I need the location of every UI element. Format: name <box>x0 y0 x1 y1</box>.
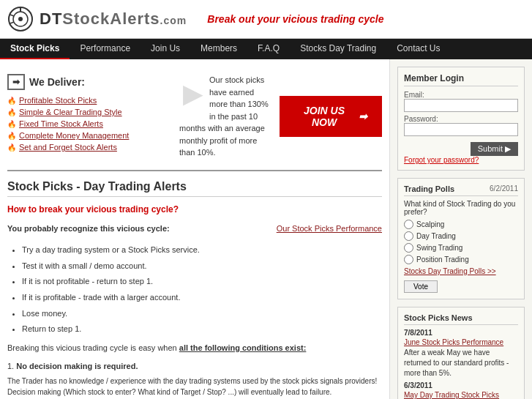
svg-line-4 <box>10 22 14 23</box>
poll-option-scalping: Scalping <box>404 220 518 229</box>
point-1: 1. No decision making is required. The T… <box>7 360 382 398</box>
logo-icon <box>7 6 34 32</box>
point-1-text: The Trader has no knowledge / experience… <box>7 376 382 398</box>
bullet-icon: 🔥 <box>7 97 16 105</box>
nav-contact-us[interactable]: Contact Us <box>386 39 450 59</box>
bullet-icon: 🔥 <box>7 108 16 116</box>
svg-point-5 <box>18 17 23 21</box>
submit-button[interactable]: Submit ▶ <box>471 142 518 156</box>
trading-polls-panel: Trading Polls 6/2/2011 What kind of Stoc… <box>397 178 525 299</box>
news-item-2: 6/3/2011 May Day Trading Stock Picks <box>404 381 518 399</box>
bullet-icon: 🔥 <box>7 132 16 140</box>
nav-performance[interactable]: Performance <box>70 39 141 59</box>
list-item: If it is profitable - trade with a large… <box>22 291 382 305</box>
news-date-1: 7/8/2011 <box>404 329 518 337</box>
article-h4: You probably recognize this vicious cycl… <box>7 223 170 236</box>
news-link-1[interactable]: June Stock Picks Performance <box>404 338 518 346</box>
list-item: 🔥 Fixed Time Stock Alerts <box>7 119 168 128</box>
poll-option-swing-trading: Swing Trading <box>404 243 518 253</box>
tagline: Break out your vicious trading cycle <box>207 13 383 25</box>
sidebar: Member Login Email: Password: Submit ▶ F… <box>389 59 532 399</box>
list-item: 🔥 Profitable Stock Picks <box>7 96 168 105</box>
list-item: If it is not profitable - return to step… <box>22 275 382 288</box>
list-item: Test it with a small / demo account. <box>22 260 382 273</box>
article-h3: How to break your vicious trading cycle? <box>7 203 382 217</box>
nav-stocks-day-trading[interactable]: Stocks Day Trading <box>290 39 386 59</box>
profitable-link[interactable]: Profitable Stock Picks <box>19 96 97 105</box>
list-item: 🔥 Complete Money Management <box>7 131 168 140</box>
email-label: Email: <box>404 91 518 99</box>
nav-bar: Stock Picks Performance Join Us Members … <box>0 39 532 59</box>
arrow-right-icon: ➡ <box>359 111 367 122</box>
deliver-icon: ➡ <box>7 74 25 90</box>
poll-option-position-trading: Position Trading <box>404 255 518 264</box>
stock-news-panel: Stock Picks News 7/8/2011 June Stock Pic… <box>397 307 525 399</box>
complete-money-link[interactable]: Complete Money Management <box>19 131 129 140</box>
stock-news-title: Stock Picks News <box>404 313 518 325</box>
poll-question: What kind of Stock Trading do you prefer… <box>404 200 518 216</box>
main-article: How to break your vicious trading cycle?… <box>7 203 382 398</box>
email-field[interactable] <box>404 99 518 112</box>
performance-link[interactable]: Our Stock Picks Performance <box>277 223 382 240</box>
news-item-1: 7/8/2011 June Stock Picks Performance Af… <box>404 329 518 379</box>
nav-faq[interactable]: F.A.Q <box>247 39 290 59</box>
trading-polls-title: Trading Polls 6/2/2011 <box>404 184 518 196</box>
poll-radio-scalping[interactable] <box>404 220 413 229</box>
we-deliver-title: ➡ We Deliver: <box>7 74 168 90</box>
svg-line-3 <box>10 15 14 16</box>
list-item: 🔥 Set and Forget Stock Alerts <box>7 143 168 152</box>
content-area: ➡ We Deliver: 🔥 Profitable Stock Picks 🔥… <box>0 59 389 399</box>
arrow-icon: ▶ <box>183 74 203 113</box>
member-login-panel: Member Login Email: Password: Submit ▶ F… <box>397 67 525 171</box>
set-forget-link[interactable]: Set and Forget Stock Alerts <box>19 143 117 152</box>
list-item: Lose money. <box>22 307 382 321</box>
bullet-icon: 🔥 <box>7 143 16 152</box>
poll-radio-position-trading[interactable] <box>404 255 413 264</box>
article-flex: You probably recognize this vicious cycl… <box>7 223 382 240</box>
vote-button[interactable]: Vote <box>404 280 438 293</box>
forgot-password-link[interactable]: Forgot your password? <box>404 156 518 164</box>
news-date-2: 6/3/2011 <box>404 381 518 389</box>
list-item: 🔥 Simple & Clear Trading Style <box>7 108 168 116</box>
email-row: Email: <box>404 91 518 112</box>
breaking-text: Breaking this vicious trading cycle is e… <box>7 342 382 355</box>
main-layout: ➡ We Deliver: 🔥 Profitable Stock Picks 🔥… <box>0 59 532 399</box>
list-item: Try a day trading system or a Stock Pick… <box>22 244 382 257</box>
bullet-icon: 🔥 <box>7 120 16 128</box>
news-link-2[interactable]: May Day Trading Stock Picks <box>404 391 518 399</box>
we-deliver-left: ➡ We Deliver: 🔥 Profitable Stock Picks 🔥… <box>7 74 168 159</box>
nav-stock-picks[interactable]: Stock Picks <box>0 39 70 59</box>
polls-link[interactable]: Stocks Day Trading Polls >> <box>404 267 518 275</box>
fixed-link[interactable]: Fixed Time Stock Alerts <box>19 119 103 128</box>
we-deliver-section: ➡ We Deliver: 🔥 Profitable Stock Picks 🔥… <box>7 67 382 171</box>
poll-radio-day-trading[interactable] <box>404 231 413 241</box>
poll-radio-swing-trading[interactable] <box>404 243 413 253</box>
poll-option-day-trading: Day Trading <box>404 231 518 241</box>
password-row: Password: <box>404 115 518 136</box>
vicious-cycle-list: Try a day trading system or a Stock Pick… <box>22 244 382 336</box>
join-now-button[interactable]: JOIN US NOW ➡ <box>280 96 382 137</box>
news-text-1: After a weak May we have returned to our… <box>404 348 518 379</box>
logo-area: DTStockAlerts.com Break out your vicious… <box>7 6 383 32</box>
nav-join-us[interactable]: Join Us <box>141 39 190 59</box>
simple-link[interactable]: Simple & Clear Trading Style <box>19 108 122 116</box>
point-1-header: 1. No decision making is required. <box>7 360 382 373</box>
we-deliver-list: 🔥 Profitable Stock Picks 🔥 Simple & Clea… <box>7 96 168 152</box>
page-header: DTStockAlerts.com Break out your vicious… <box>0 0 532 39</box>
list-item: Return to step 1. <box>22 323 382 336</box>
section-title: Stock Picks - Day Trading Alerts <box>7 180 382 197</box>
password-label: Password: <box>404 115 518 123</box>
we-deliver-description: ▶ Our stock picks have earned more than … <box>168 74 280 159</box>
password-field[interactable] <box>404 123 518 136</box>
logo-text: DTStockAlerts.com <box>40 10 187 29</box>
member-login-title: Member Login <box>404 73 518 86</box>
nav-members[interactable]: Members <box>190 39 247 59</box>
join-button-area: JOIN US NOW ➡ <box>280 74 382 159</box>
